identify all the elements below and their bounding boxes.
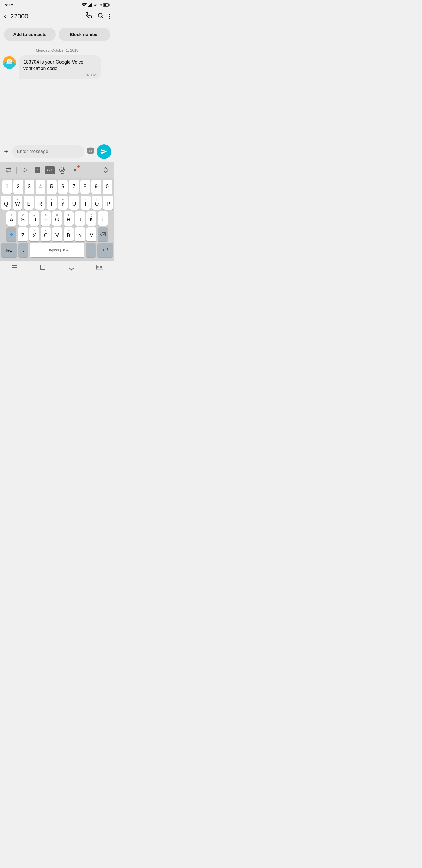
key-g[interactable]: %G <box>52 211 62 225</box>
key-m[interactable]: ?M <box>87 227 96 241</box>
header-actions <box>86 12 110 21</box>
nav-back-button[interactable] <box>68 264 75 273</box>
back-button[interactable]: ‹ <box>4 11 8 22</box>
sticker-button[interactable]: ☺ <box>87 147 94 156</box>
key-6[interactable]: 6 <box>58 180 68 194</box>
svg-point-0 <box>86 3 87 4</box>
message-bubble: 183704 is your Google Voice verification… <box>19 55 101 79</box>
svg-rect-2 <box>89 5 90 7</box>
svg-rect-5 <box>93 3 93 7</box>
key-w[interactable]: ×W <box>12 195 23 210</box>
key-x[interactable]: 'X <box>29 227 39 241</box>
key-k[interactable]: (K <box>87 211 96 225</box>
message-time: 1:45 PM <box>24 73 96 77</box>
navigation-bar <box>0 261 114 277</box>
key-d[interactable]: #D <box>29 211 39 225</box>
key-5[interactable]: 5 <box>47 180 57 194</box>
svg-rect-1 <box>88 6 89 7</box>
svg-rect-4 <box>91 3 92 7</box>
comma-key[interactable]: , <box>19 243 28 257</box>
call-button[interactable] <box>86 12 92 21</box>
mic-button[interactable] <box>57 164 68 176</box>
key-n[interactable]: 'N <box>75 227 85 241</box>
battery-icon <box>103 3 109 7</box>
message-input[interactable] <box>12 146 85 158</box>
key-9[interactable]: 9 <box>91 180 101 194</box>
key-y[interactable]: −Y <box>58 195 68 210</box>
key-i[interactable]: >I <box>80 195 91 210</box>
message-text: 183704 is your Google Voice verification… <box>24 59 96 72</box>
symbols-key[interactable]: !#1 <box>1 243 17 257</box>
key-o[interactable]: [O <box>92 195 102 210</box>
block-number-button[interactable]: Block number <box>59 28 110 41</box>
key-q[interactable]: +Q <box>1 195 11 210</box>
keyboard-qwerty-row: +Q ×W ÷E =R /T −Y <U >I [O ]P <box>1 195 113 210</box>
key-j[interactable]: *J <box>75 211 85 225</box>
kb-divider <box>17 166 17 174</box>
key-z[interactable]: −Z <box>18 227 28 241</box>
settings-dot <box>77 165 80 168</box>
key-c[interactable]: "C <box>41 227 51 241</box>
key-3[interactable]: 3 <box>25 180 34 194</box>
svg-rect-27 <box>40 265 45 270</box>
send-button[interactable] <box>97 144 111 159</box>
key-2[interactable]: 2 <box>13 180 23 194</box>
keyboard-number-row: 1 2 3 4 5 6 7 8 9 0 <box>1 180 113 194</box>
key-0[interactable]: 0 <box>103 180 112 194</box>
message-row: 183704 is your Google Voice verification… <box>0 55 114 80</box>
collapse-keyboard-button[interactable] <box>100 164 111 176</box>
period-key[interactable]: . <box>86 243 96 257</box>
key-u[interactable]: <U <box>69 195 79 210</box>
key-f[interactable]: $F <box>41 211 51 225</box>
gif-button[interactable]: GIF <box>45 166 55 174</box>
search-button[interactable] <box>97 12 104 21</box>
space-key[interactable]: English (US) <box>30 243 85 257</box>
attach-button[interactable]: + <box>3 146 10 157</box>
header: ‹ 22000 <box>0 8 114 24</box>
svg-point-21 <box>74 169 76 171</box>
signal-icon <box>88 3 93 7</box>
status-bar: 5:15 40% <box>0 0 114 8</box>
svg-rect-3 <box>90 4 91 7</box>
key-l[interactable]: )L <box>98 211 108 225</box>
nav-menu-button[interactable] <box>11 264 18 273</box>
more-options-button[interactable] <box>109 13 110 20</box>
key-p[interactable]: ]P <box>103 195 113 210</box>
nav-keyboard-button[interactable] <box>96 265 103 272</box>
delete-key[interactable] <box>98 227 108 241</box>
battery-percent: 40% <box>94 3 102 7</box>
message-input-row: + ☺ <box>0 142 114 162</box>
keyboard: 1 2 3 4 5 6 7 8 9 0 +Q ×W ÷E =R /T −Y <U… <box>0 178 114 261</box>
keyboard-asdf-row: !A @S #D $F %G &H *J (K )L <box>1 211 113 225</box>
key-e[interactable]: ÷E <box>24 195 34 210</box>
svg-line-10 <box>102 17 103 18</box>
key-8[interactable]: 8 <box>80 180 90 194</box>
keyboard-toolbar: ☺ ☺ GIF <box>0 162 114 178</box>
key-r[interactable]: =R <box>35 195 45 210</box>
keyboard-settings-button[interactable] <box>69 164 80 176</box>
key-4[interactable]: 4 <box>36 180 45 194</box>
emoji-button[interactable]: ☺ <box>19 164 30 176</box>
key-1[interactable]: 1 <box>2 180 12 194</box>
key-h[interactable]: &H <box>64 211 73 225</box>
translate-button[interactable] <box>3 164 14 176</box>
sticker-kb-button[interactable]: ☺ <box>32 164 43 176</box>
shift-key[interactable] <box>6 227 17 241</box>
date-divider: Monday, October 1, 2018 <box>0 44 114 55</box>
key-s[interactable]: @S <box>18 211 28 225</box>
action-buttons: Add to contacts Block number <box>0 24 114 44</box>
key-t[interactable]: /T <box>46 195 57 210</box>
contact-number: 22000 <box>10 12 83 20</box>
keyboard-zxcv-row: −Z 'X "C :V ;B 'N ?M <box>1 227 113 241</box>
svg-rect-18 <box>61 167 63 170</box>
nav-home-button[interactable] <box>39 264 46 273</box>
add-to-contacts-button[interactable]: Add to contacts <box>4 28 56 41</box>
keyboard-bottom-row: !#1 , English (US) . <box>1 243 113 257</box>
key-a[interactable]: !A <box>6 211 17 225</box>
enter-key[interactable] <box>97 243 113 257</box>
message-area: Monday, October 1, 2018 183704 is your G… <box>0 44 114 83</box>
key-b[interactable]: ;B <box>64 227 73 241</box>
message-spacer <box>0 83 114 142</box>
key-v[interactable]: :V <box>52 227 62 241</box>
key-7[interactable]: 7 <box>69 180 79 194</box>
